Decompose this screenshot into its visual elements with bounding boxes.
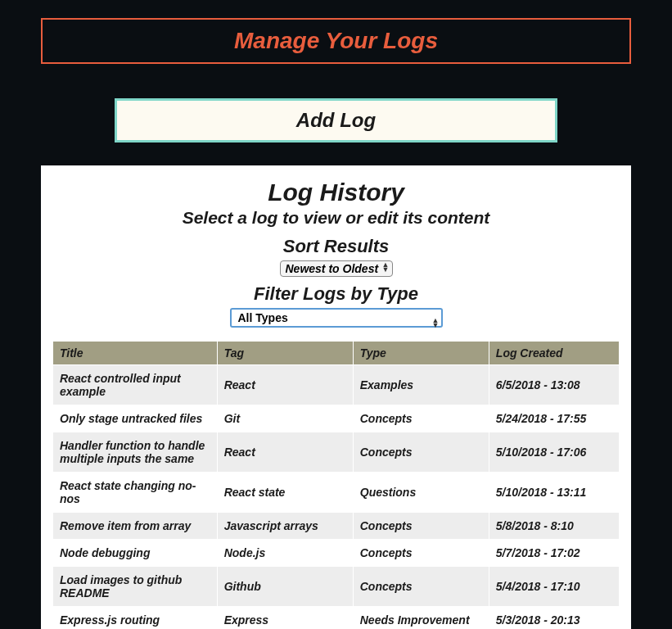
cell-created: 5/10/2018 - 17:06 (489, 432, 619, 473)
cell-type: Needs Improvement (353, 607, 489, 630)
cell-type: Concepts (353, 432, 489, 473)
table-row[interactable]: Load images to github README Github Conc… (53, 567, 620, 607)
cell-created: 5/4/2018 - 17:10 (489, 567, 619, 607)
history-header: Log History Select a log to view or edit… (52, 179, 620, 341)
cell-created: 5/7/2018 - 17:02 (489, 540, 619, 567)
cell-title: Only stage untracked files (53, 405, 218, 432)
col-header-created: Log Created (489, 342, 619, 365)
page-title-box: Manage Your Logs (41, 18, 631, 64)
cell-tag: React (217, 432, 353, 473)
filter-select-wrap: All Types ▲▼ (230, 305, 443, 341)
table-header-row: Title Tag Type Log Created (53, 342, 620, 365)
cell-type: Concepts (353, 405, 489, 432)
table-row[interactable]: Express.js routing Express Needs Improve… (53, 607, 620, 630)
col-header-tag: Tag (217, 342, 353, 365)
sort-select[interactable]: Newest to Oldest (280, 260, 393, 277)
add-log-label: Add Log (296, 109, 376, 131)
cell-tag: React (217, 365, 353, 405)
cell-tag: React state (217, 473, 353, 513)
cell-type: Concepts (353, 567, 489, 607)
cell-title: React state changing no-nos (53, 473, 218, 513)
cell-created: 5/3/2018 - 20:13 (489, 607, 619, 630)
add-log-button[interactable]: Add Log (115, 98, 557, 143)
table-row[interactable]: React controlled input example React Exa… (53, 365, 620, 405)
cell-type: Questions (353, 473, 489, 513)
cell-title: Node debugging (53, 540, 218, 567)
cell-created: 5/24/2018 - 17:55 (489, 405, 619, 432)
col-header-type: Type (353, 342, 489, 365)
cell-created: 6/5/2018 - 13:08 (489, 365, 619, 405)
cell-created: 5/10/2018 - 13:11 (489, 473, 619, 513)
log-table: Title Tag Type Log Created React control… (52, 341, 620, 629)
filter-label: Filter Logs by Type (52, 283, 620, 305)
table-row[interactable]: Only stage untracked files Git Concepts … (53, 405, 620, 432)
filter-select[interactable]: All Types (230, 308, 443, 328)
cell-title: Handler function to handle multiple inpu… (53, 432, 218, 473)
cell-tag: Node.js (217, 540, 353, 567)
cell-type: Concepts (353, 540, 489, 567)
cell-created: 5/8/2018 - 8:10 (489, 513, 619, 540)
history-title: Log History (52, 179, 620, 206)
table-row[interactable]: Node debugging Node.js Concepts 5/7/2018… (53, 540, 620, 567)
cell-tag: Javascript arrays (217, 513, 353, 540)
cell-title: React controlled input example (53, 365, 218, 405)
page-title: Manage Your Logs (43, 28, 629, 54)
table-row[interactable]: React state changing no-nos React state … (53, 473, 620, 513)
col-header-title: Title (53, 342, 218, 365)
cell-type: Examples (353, 365, 489, 405)
cell-tag: Github (217, 567, 353, 607)
cell-title: Remove item from array (53, 513, 218, 540)
log-history-panel: Log History Select a log to view or edit… (41, 165, 631, 629)
table-row[interactable]: Remove item from array Javascript arrays… (53, 513, 620, 540)
table-row[interactable]: Handler function to handle multiple inpu… (53, 432, 620, 473)
cell-tag: Express (217, 607, 353, 630)
sort-select-wrap: Newest to Oldest ▲▼ (280, 257, 393, 277)
history-subtitle: Select a log to view or edit its content (52, 208, 620, 228)
cell-title: Express.js routing (53, 607, 218, 630)
sort-results-label: Sort Results (52, 236, 620, 257)
log-table-body: React controlled input example React Exa… (53, 365, 620, 630)
cell-tag: Git (217, 405, 353, 432)
cell-type: Concepts (353, 513, 489, 540)
cell-title: Load images to github README (53, 567, 218, 607)
